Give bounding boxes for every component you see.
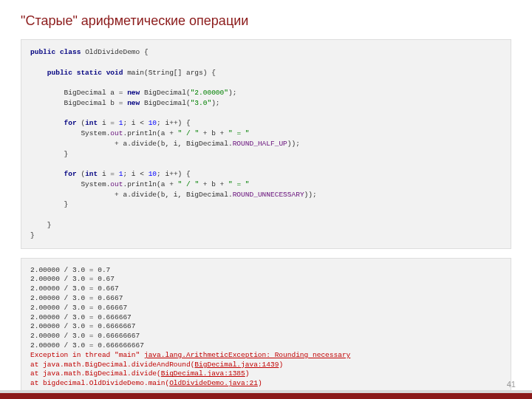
output-line: 2.00000 / 3.0 = 0.66667 [30,304,127,312]
output-line: 2.00000 / 3.0 = 0.667 [30,284,119,293]
code-block: public class OldDivideDemo { public stat… [21,39,511,249]
slide-title: "Старые" арифметические операции [21,13,511,29]
footer-bar [0,393,532,399]
exception-line: at java.math.BigDecimal.divide(BigDecima… [30,369,249,378]
exception-line: Exception in thread "main" java.lang.Ari… [30,351,350,359]
output-block: 2.00000 / 3.0 = 0.7 2.00000 / 3.0 = 0.67… [21,258,511,398]
output-line: 2.00000 / 3.0 = 0.7 [30,266,110,274]
output-line: 2.00000 / 3.0 = 0.666667 [30,313,132,321]
page-number: 41 [507,380,516,389]
output-line: 2.00000 / 3.0 = 0.666666667 [30,341,144,349]
output-line: 2.00000 / 3.0 = 0.6667 [30,294,123,302]
output-line: 2.00000 / 3.0 = 0.67 [30,275,115,283]
slide: "Старые" арифметические операции public … [0,0,532,399]
output-line: 2.00000 / 3.0 = 0.66666667 [30,332,140,340]
exception-line: at bigdecimal.OldDivideDemo.main(OldDivi… [30,379,262,387]
output-line: 2.00000 / 3.0 = 0.6666667 [30,322,136,330]
exception-line: at java.math.BigDecimal.divideAndRound(B… [30,361,283,369]
